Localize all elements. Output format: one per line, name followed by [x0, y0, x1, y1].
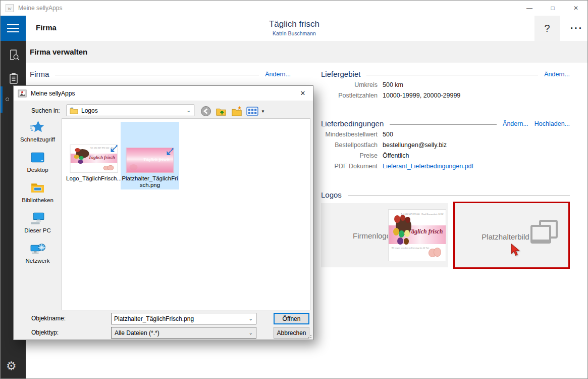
objektname-combobox[interactable]: ⌄	[111, 313, 256, 324]
chevron-down-icon[interactable]: ⌄	[249, 316, 253, 321]
field-label: Mindestbestellwert	[321, 130, 378, 138]
field-label: Bestellpostfach	[321, 141, 378, 149]
hamburger-icon	[7, 22, 19, 35]
libraries-folder-icon	[29, 180, 46, 197]
liefergebiet-change-link[interactable]: Ändern...	[544, 71, 570, 78]
hamburger-menu-button[interactable]	[1, 16, 26, 41]
field-label: Preise	[321, 152, 378, 160]
more-menu-button[interactable]: ···	[565, 16, 588, 41]
nav-selected-indicator	[1, 86, 3, 113]
logo-fineprint-bottom: Wir regen stünd jeruk Dienstag bis 12 Tä…	[392, 247, 429, 249]
firma-change-link[interactable]: Ändern...	[265, 71, 291, 78]
company-name: Täglich frisch	[219, 19, 370, 29]
minimize-button[interactable]: —	[518, 1, 541, 16]
file-thumbnail-logo: Tel. 030 347 872 000 · Rixd. Täglich fri…	[70, 145, 118, 173]
place-desktop[interactable]: Desktop	[14, 148, 62, 178]
objektname-input[interactable]	[112, 315, 249, 322]
open-button[interactable]: Öffnen	[274, 313, 309, 324]
cancel-button[interactable]: Abbrechen	[274, 327, 309, 339]
this-pc-icon	[29, 210, 46, 227]
liefergebiet-section: Liefergebiet Ändern... Umkreis500 km Pos…	[321, 70, 570, 100]
chevron-down-icon: ⌄	[187, 108, 191, 113]
field-value: 10000-19999, 20000-29999	[383, 91, 460, 100]
blue-arrows-overlay-icon	[167, 148, 174, 156]
placeholder-image-icon	[528, 219, 559, 247]
blue-arrows-overlay-icon	[111, 145, 118, 153]
divider	[348, 196, 570, 196]
desktop-icon	[29, 150, 46, 166]
objekttyp-combobox[interactable]: Alle Dateien (*.*) ⌄	[111, 327, 256, 339]
firmenlogo-card[interactable]: Firmenlogo Tel. 030 347 872 000 · Rixd. …	[321, 203, 448, 267]
place-label: Dieser PC	[14, 227, 62, 233]
logos-title: Logos	[321, 191, 342, 199]
field-label: PDF Dokument	[321, 162, 378, 170]
file-name-label: Logo_TäglichFrisch...	[66, 175, 122, 182]
maximize-button[interactable]: □	[541, 1, 564, 16]
chevron-down-icon[interactable]: ⌄	[249, 330, 253, 336]
file-open-dialog: Meine sellyApps ✕ Suchen in: Logos ⌄ ▼	[13, 85, 313, 340]
orders-clipboard-icon[interactable]	[7, 72, 20, 85]
field-value: bestellungen@selly.biz	[383, 141, 447, 149]
file-list[interactable]: Tel. 030 347 872 000 · Rixd. Täglich fri…	[62, 118, 310, 310]
settings-gear-icon[interactable]: ⚙	[6, 359, 17, 372]
new-folder-icon[interactable]	[231, 106, 243, 117]
dialog-image-icon	[18, 89, 27, 98]
places-bar: Schnellzugriff Desktop Bibliotheken Di	[14, 117, 62, 294]
app-logo-icon: w	[6, 4, 14, 12]
platzhalterbild-label: Platzhalterbild	[482, 232, 529, 241]
objekttyp-value: Alle Dateien (*.*)	[115, 329, 159, 337]
logos-section: Logos Firmenlogo Tel. 030 347 872 000 · …	[321, 191, 570, 269]
lieferbedingungen-upload-link[interactable]: Hochladen...	[534, 120, 570, 127]
network-icon	[29, 241, 46, 257]
lieferbedingungen-title: Lieferbedingungen	[321, 119, 384, 128]
file-name-label: Platzhalter_TäglichFrisch.png	[121, 175, 179, 188]
divider	[55, 75, 259, 75]
user-name: Katrin Buschmann	[219, 30, 370, 36]
up-one-level-icon[interactable]	[215, 106, 227, 117]
file-item-platzhalter-selected[interactable]: Täglich frisch Platzhalter_TäglichFrisch…	[121, 122, 179, 190]
place-label: Bibliotheken	[14, 197, 62, 203]
look-in-combobox[interactable]: Logos ⌄	[67, 105, 194, 116]
objekttyp-label: Objekttyp:	[31, 329, 59, 336]
resize-grip[interactable]	[307, 334, 311, 338]
close-button[interactable]: ✕	[564, 1, 587, 16]
window-titlebar: w Meine sellyApps — □ ✕	[1, 1, 587, 16]
logo-peach-illustration	[429, 247, 441, 258]
supplier-search-icon[interactable]	[7, 49, 20, 62]
place-bibliotheken[interactable]: Bibliotheken	[14, 178, 62, 208]
pdf-document-link[interactable]: Lieferant_Lieferbedingungen.pdf	[383, 162, 473, 170]
place-label: Desktop	[14, 167, 62, 173]
file-item-logo[interactable]: Tel. 030 347 872 000 · Rixd. Täglich fri…	[66, 122, 122, 190]
platzhalterbild-card[interactable]: Platzhalterbild	[453, 202, 570, 269]
page-title: Firma	[36, 23, 57, 32]
folder-icon	[70, 107, 78, 114]
help-button[interactable]: ?	[534, 16, 560, 41]
red-cursor-arrow-annotation	[510, 244, 521, 257]
field-value: 500 km	[383, 81, 403, 89]
firma-section-title: Firma	[30, 70, 49, 78]
field-value: 500	[383, 130, 393, 138]
liefergebiet-title: Liefergebiet	[321, 70, 360, 78]
place-dieser-pc[interactable]: Dieser PC	[14, 208, 62, 239]
look-in-value: Logos	[81, 107, 98, 114]
window-title: Meine sellyApps	[18, 5, 62, 12]
section-title: Firma verwalten	[30, 48, 87, 56]
place-netzwerk[interactable]: Netzwerk	[14, 239, 62, 269]
firmenlogo-label: Firmenlogo	[353, 231, 391, 240]
view-menu-caret-icon[interactable]: ▼	[261, 109, 265, 114]
view-menu-icon[interactable]	[246, 107, 259, 116]
firmenlogo-image: Tel. 030 347 872 000 · Rixd. Bismarckstr…	[388, 209, 446, 261]
back-button-icon[interactable]	[200, 106, 211, 117]
lieferbedingungen-change-link[interactable]: Ändern...	[503, 120, 528, 127]
place-schnellzugriff[interactable]: Schnellzugriff	[14, 117, 62, 148]
place-label: Netzwerk	[14, 258, 62, 264]
objektname-label: Objektname:	[31, 315, 66, 322]
look-in-label: Suchen in:	[31, 107, 60, 114]
dialog-titlebar[interactable]: Meine sellyApps ✕	[14, 86, 313, 101]
dialog-close-button[interactable]: ✕	[293, 86, 313, 101]
nav-item-partial-icon	[6, 98, 9, 101]
divider	[390, 124, 497, 125]
section-header: Firma verwalten	[26, 41, 588, 63]
field-label: Postleitzahlen	[321, 91, 378, 100]
field-label: Umkreis	[321, 81, 378, 89]
